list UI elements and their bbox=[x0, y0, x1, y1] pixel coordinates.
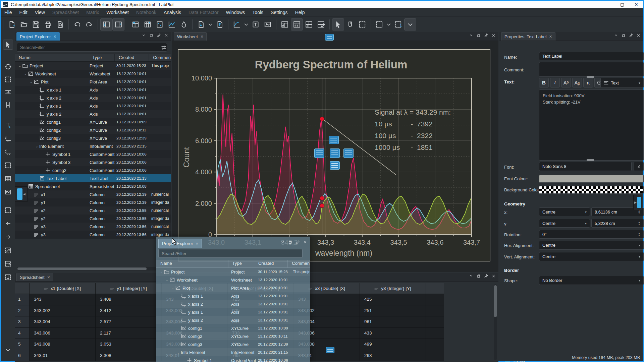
corner-cell[interactable] bbox=[15, 283, 30, 294]
tree-row-y-axis-2[interactable]: y axis 2Axis13.12.2020 10:01 bbox=[156, 316, 310, 324]
close-icon[interactable] bbox=[636, 33, 641, 39]
tree-row-symbol-3[interactable]: Symbol 3CustomPoint28.12.2020 10:06 bbox=[15, 158, 171, 166]
tree-row-plot[interactable]: ⌄PlotPlot Area13.12.2020 10:01 bbox=[15, 78, 171, 86]
superscript-button[interactable]: Aᵇ bbox=[561, 78, 571, 87]
tree-row-y2[interactable]: y2Column20.12.2020 13:55integer da bbox=[15, 215, 171, 223]
select-pointer-button[interactable] bbox=[3, 40, 13, 50]
auto-scale-button[interactable] bbox=[373, 18, 385, 31]
export-button[interactable] bbox=[214, 18, 226, 31]
tab-spreadsheet[interactable]: Spreadsheet× bbox=[16, 273, 53, 281]
cell[interactable]: 3.053 bbox=[96, 339, 162, 350]
menu-worksheet[interactable]: Worksheet bbox=[103, 9, 132, 16]
save-project-button[interactable] bbox=[30, 18, 42, 31]
menu-edit[interactable]: Edit bbox=[16, 9, 31, 16]
tree-row-config3[interactable]: config3XYCurve20.12.2020 12:39 bbox=[156, 340, 310, 348]
text-mode-dropdown[interactable]: Text▾ bbox=[600, 78, 644, 88]
tab-project-explorer-floating[interactable]: Project Explorer× bbox=[158, 239, 202, 248]
comment-field[interactable] bbox=[539, 62, 644, 77]
tab-properties[interactable]: Properties: Text Label× bbox=[501, 32, 555, 41]
tree-row-config3[interactable]: config3XYCurve20.12.2020 12:39 bbox=[15, 134, 171, 142]
pin-icon[interactable] bbox=[484, 274, 488, 280]
tree-row-config2[interactable]: config2XYCurve13.12.2020 10:11 bbox=[156, 332, 310, 340]
cell[interactable]: 343,008 bbox=[30, 339, 96, 350]
panel-peek-right[interactable]: ▶ bbox=[633, 195, 642, 210]
menu-tools[interactable]: Tools bbox=[249, 9, 267, 16]
tree-row-info-element[interactable]: ⌄Info ElementInfoElement20.12.2020 21:15 bbox=[15, 142, 171, 150]
add-grid-button[interactable] bbox=[3, 174, 13, 184]
cell[interactable]: 343 bbox=[30, 294, 96, 305]
menu-view[interactable]: View bbox=[31, 9, 49, 16]
tab-close-icon[interactable]: × bbox=[549, 34, 552, 39]
worksheet-top-handle[interactable] bbox=[325, 34, 334, 41]
cell[interactable]: 2.577 bbox=[96, 316, 162, 327]
tree-row-config2[interactable]: config2CustomPoint28.12.2020 10:06 bbox=[15, 166, 171, 174]
cell[interactable]: 263 bbox=[360, 350, 426, 361]
tree-row-x-axis-1[interactable]: x axis 1Axis13.12.2020 10:01 bbox=[15, 86, 171, 94]
zoom-select-button[interactable] bbox=[3, 74, 13, 84]
rotation-spinner[interactable]: 0°▲▼ bbox=[539, 230, 644, 239]
dropdown-arrow-button[interactable] bbox=[385, 18, 392, 31]
tree-row-info-element[interactable]: ⌄Info ElementInfoElement20.12.2020 21:15 bbox=[156, 348, 310, 356]
pin-icon[interactable] bbox=[629, 33, 633, 39]
tree-row-y-axis-1[interactable]: y axis 1Axis13.12.2020 10:01 bbox=[156, 308, 310, 316]
zoom-y-select-button[interactable] bbox=[3, 100, 13, 110]
cell[interactable]: 3.412 bbox=[96, 305, 162, 316]
hor-alignment-dropdown[interactable]: Centre▾ bbox=[539, 241, 644, 250]
title-bar[interactable]: C:/temp/bin/data/labplot2/examples/Gener… bbox=[1, 1, 643, 8]
zoom-select-button[interactable] bbox=[356, 18, 368, 31]
add-text-button[interactable] bbox=[3, 120, 13, 130]
close-icon[interactable] bbox=[491, 274, 496, 280]
tree-row-project[interactable]: ⌄ProjectProject30.11.2020 15:23This proj… bbox=[15, 62, 171, 70]
tree-row-plot[interactable]: ⌄PlotPlot Area13.12.2020 10:01 bbox=[156, 284, 310, 292]
float-icon[interactable] bbox=[477, 33, 481, 39]
redo-button[interactable] bbox=[83, 18, 95, 31]
filter-icon[interactable] bbox=[161, 45, 166, 50]
scale-auto-button[interactable] bbox=[3, 245, 13, 255]
cell[interactable]: 343,004 bbox=[30, 316, 96, 327]
toggle-properties-button[interactable] bbox=[112, 18, 124, 31]
new-project-button[interactable] bbox=[6, 18, 18, 31]
dropdown-arrow-button[interactable] bbox=[404, 18, 416, 31]
text-content-area[interactable]: Field ionisation: 900V Stark splitting: … bbox=[539, 89, 644, 161]
close-icon[interactable] bbox=[303, 240, 307, 246]
chevron-down-icon[interactable] bbox=[614, 33, 619, 39]
crosshair-button[interactable] bbox=[3, 62, 13, 72]
tree-row-x3[interactable]: x3Column20.12.2020 13:56numerical bbox=[15, 223, 171, 231]
undo-button[interactable] bbox=[71, 18, 83, 31]
add-text-label-button[interactable] bbox=[250, 18, 262, 31]
maximize-button[interactable]: ▢ bbox=[615, 1, 629, 8]
add-y-axis-button[interactable] bbox=[3, 147, 13, 157]
name-field[interactable]: Text Label bbox=[539, 52, 644, 60]
import-file-button[interactable] bbox=[195, 18, 207, 31]
chevron-down-icon[interactable] bbox=[469, 274, 474, 280]
new-workbook-button[interactable] bbox=[129, 18, 142, 31]
chevron-down-icon[interactable] bbox=[142, 33, 146, 39]
expand-icon[interactable]: ⌄ bbox=[176, 351, 181, 354]
row-number[interactable]: 6 bbox=[15, 350, 30, 361]
tree-header[interactable]: Name Type Created Commen bbox=[15, 54, 171, 62]
cell[interactable]: 425 bbox=[360, 294, 426, 305]
layout-horizontal-button[interactable] bbox=[291, 18, 303, 31]
search-input-floating[interactable] bbox=[158, 249, 303, 258]
column-header-2[interactable]: y1 {Integer} [Y] bbox=[96, 283, 162, 294]
row-number[interactable]: 4 bbox=[15, 328, 30, 339]
expand-icon[interactable]: ⌄ bbox=[165, 278, 169, 282]
tab-close-icon[interactable]: × bbox=[53, 34, 56, 39]
tree-row-symbol-1[interactable]: Symbol 1CustomPoint28.12.2020 10:06 bbox=[15, 150, 171, 158]
font-field[interactable]: Noto Sans 8 bbox=[539, 162, 632, 171]
menu-analysis[interactable]: Analysis bbox=[160, 9, 185, 16]
tree-row-y-axis-2[interactable]: y axis 2Axis13.12.2020 10:01 bbox=[15, 110, 171, 118]
scale-auto-y-button[interactable] bbox=[3, 272, 13, 282]
tree-row-config1[interactable]: config1XYCurve13.12.2020 10:09 bbox=[156, 324, 310, 332]
open-project-button[interactable] bbox=[18, 18, 30, 31]
font-colour-swatch[interactable] bbox=[539, 175, 644, 183]
close-button[interactable]: ✕ bbox=[629, 1, 643, 8]
expand-icon[interactable]: ⌄ bbox=[35, 144, 39, 148]
menu-settings[interactable]: Settings bbox=[267, 9, 291, 16]
row-number[interactable]: 1 bbox=[15, 294, 30, 305]
toggle-project-explorer-button[interactable] bbox=[100, 18, 112, 31]
y-anchor-dropdown[interactable]: Centre▾ bbox=[539, 219, 590, 228]
shift-right-button[interactable] bbox=[3, 232, 13, 242]
tab-worksheet[interactable]: Worksheet× bbox=[174, 32, 207, 41]
tree-row-x-axis-2[interactable]: x axis 2Axis13.12.2020 10:01 bbox=[156, 300, 310, 308]
